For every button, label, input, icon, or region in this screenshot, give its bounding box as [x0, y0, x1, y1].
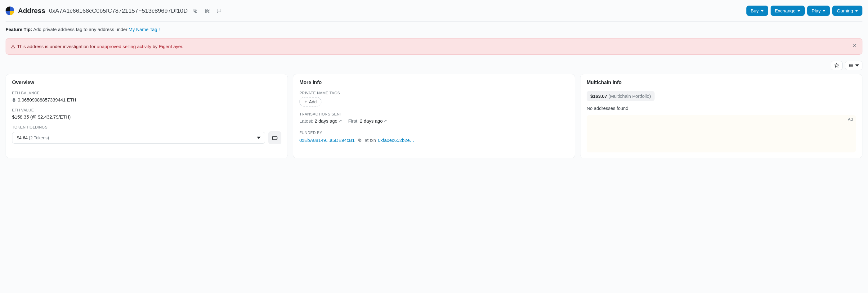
eth-value-amount: $158.35 (@ $2,432.79/ETH) [12, 114, 281, 119]
alert-suffix: . [182, 44, 183, 49]
token-holdings-row: $4.64 (2 Tokens) [12, 131, 281, 144]
svg-rect-2 [205, 9, 207, 10]
address-hash: 0xA7A1c66168cC0b5fC78721157F513c89697Df1… [49, 7, 188, 14]
wallet-button[interactable] [268, 131, 281, 144]
list-icon [848, 63, 854, 68]
multichain-card: Multichain Info $163.07 (Multichain Port… [580, 74, 862, 158]
alert-link-eigenlayer[interactable]: EigenLayer [159, 44, 182, 49]
star-button[interactable] [831, 61, 843, 70]
copy-icon[interactable] [191, 7, 199, 15]
first-value: 2 days ago [360, 118, 382, 123]
gaming-label: Gaming [837, 8, 853, 13]
address-identicon [6, 6, 14, 15]
svg-rect-6 [209, 12, 209, 13]
svg-rect-5 [208, 11, 208, 12]
token-select[interactable]: $4.64 (2 Tokens) [12, 132, 265, 144]
no-addresses-text: No addresses found [587, 106, 856, 111]
gaming-button[interactable]: Gaming [832, 6, 862, 16]
page-header: Address 0xA7A1c66168cC0b5fC78721157F513c… [6, 6, 862, 16]
alert-middle: by [151, 44, 159, 49]
ad-label: Ad [848, 117, 853, 122]
chevron-down-icon [823, 9, 826, 12]
chevron-down-icon [257, 136, 260, 140]
wallet-icon [272, 135, 278, 141]
svg-point-13 [849, 66, 849, 67]
warning-alert: This address is under investigation for … [6, 38, 862, 55]
my-name-tag-link[interactable]: My Name Tag ! [129, 27, 160, 32]
list-button[interactable] [845, 61, 862, 70]
external-link-icon: ↗ [338, 118, 342, 124]
moreinfo-card: More Info PRIVATE NAME TAGS Add TRANSACT… [293, 74, 575, 158]
txn-hash-link[interactable]: 0xfa0ec652b2e… [378, 138, 414, 143]
chip-value: $163.07 [590, 93, 607, 99]
tx-sent-row: Latest: 2 days ago↗ First: 2 days ago↗ [299, 118, 569, 124]
star-icon [834, 63, 839, 68]
buy-button[interactable]: Buy [746, 6, 768, 16]
header-left: Address 0xA7A1c66168cC0b5fC78721157F513c… [6, 6, 223, 15]
add-tag-button[interactable]: Add [299, 97, 321, 107]
page-title: Address [18, 7, 45, 15]
feature-tip: Feature Tip: Add private address tag to … [6, 27, 862, 32]
funded-address-link[interactable]: 0xEbA88149...a5DE94cB1 [299, 138, 354, 143]
toolbar [6, 61, 862, 70]
copy-icon[interactable] [356, 137, 363, 143]
comment-icon[interactable] [215, 7, 223, 15]
cards-grid: Overview ETH BALANCE 0.06509088857339441… [6, 74, 862, 158]
private-tags-label: PRIVATE NAME TAGS [299, 91, 569, 95]
svg-marker-7 [835, 63, 839, 67]
external-link-icon: ↗ [383, 118, 387, 124]
at-txn-label: at txn [365, 138, 376, 143]
tip-bold: Feature Tip: [6, 27, 32, 32]
exchange-button[interactable]: Exchange [771, 6, 805, 16]
tx-first[interactable]: First: 2 days ago↗ [348, 118, 388, 124]
play-label: Play [811, 8, 820, 13]
eth-balance-amount: 0.06509088857339441 ETH [18, 97, 76, 102]
token-value: $4.64 [17, 135, 28, 140]
svg-point-12 [849, 65, 849, 65]
funded-by-label: FUNDED BY [299, 131, 569, 135]
latest-value: 2 days ago [315, 118, 337, 123]
overview-card: Overview ETH BALANCE 0.06509088857339441… [6, 74, 288, 158]
chevron-down-icon [797, 9, 800, 12]
token-count: (2 Tokens) [29, 135, 49, 140]
warning-icon [11, 45, 15, 49]
overview-title: Overview [12, 80, 281, 85]
svg-rect-4 [205, 11, 207, 13]
eth-balance-value: 0.06509088857339441 ETH [12, 97, 281, 102]
header-actions: Buy Exchange Play Gaming [746, 6, 862, 16]
exchange-label: Exchange [775, 8, 796, 13]
chevron-down-icon [855, 9, 858, 12]
chevron-down-icon [855, 64, 859, 67]
latest-label: Latest: [299, 118, 313, 123]
alert-content: This address is under investigation for … [11, 44, 183, 49]
tx-latest[interactable]: Latest: 2 days ago↗ [299, 118, 342, 124]
chevron-down-icon [761, 9, 764, 12]
svg-point-11 [849, 64, 849, 64]
close-icon[interactable] [851, 43, 857, 50]
funded-by-row: 0xEbA88149...a5DE94cB1 at txn 0xfa0ec652… [299, 137, 569, 143]
multichain-title: Multichain Info [587, 80, 856, 85]
add-label: Add [309, 99, 317, 104]
svg-rect-3 [208, 9, 209, 10]
ethereum-icon [12, 97, 16, 102]
plus-icon [304, 100, 308, 104]
token-select-text: $4.64 (2 Tokens) [17, 135, 49, 140]
eth-balance-label: ETH BALANCE [12, 91, 281, 95]
eth-value-label: ETH VALUE [12, 108, 281, 112]
buy-label: Buy [751, 8, 759, 13]
token-holdings-label: TOKEN HOLDINGS [12, 125, 281, 129]
first-label: First: [348, 118, 359, 123]
moreinfo-title: More Info [299, 80, 569, 85]
ad-placeholder: Ad [587, 115, 856, 152]
tip-text: Add private address tag to any address u… [32, 27, 129, 32]
alert-prefix: This address is under investigation for [17, 44, 97, 49]
alert-link-activity[interactable]: unapproved selling activity [97, 44, 151, 49]
chip-label: (Multichain Portfolio) [608, 93, 651, 99]
qr-icon[interactable] [203, 7, 211, 15]
multichain-portfolio-chip[interactable]: $163.07 (Multichain Portfolio) [587, 91, 655, 101]
tx-sent-label: TRANSACTIONS SENT [299, 112, 569, 116]
play-button[interactable]: Play [807, 6, 830, 16]
